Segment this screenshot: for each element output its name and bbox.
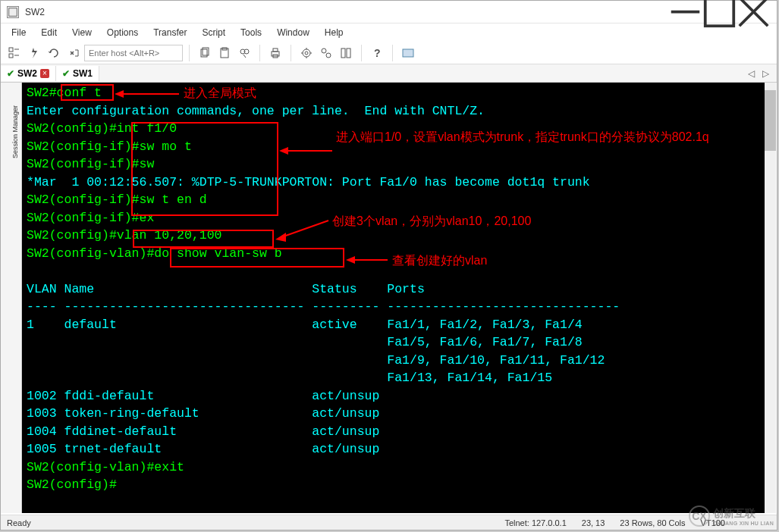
terminal-line: 1004 fddinet-default act/unsup bbox=[27, 424, 379, 439]
svg-rect-5 bbox=[9, 48, 13, 52]
menu-edit[interactable]: Edit bbox=[33, 25, 64, 40]
svg-point-19 bbox=[303, 49, 310, 57]
terminal-line: SW2(config-if)#sw t en d bbox=[27, 192, 207, 207]
menu-file[interactable]: File bbox=[4, 25, 33, 40]
terminal-line: 1003 token-ring-default act/unsup bbox=[27, 406, 379, 421]
svg-point-21 bbox=[322, 49, 326, 53]
find-icon[interactable] bbox=[235, 44, 253, 62]
terminal-line: SW2(config-if)#sw bbox=[27, 157, 154, 171]
terminal-line: 1 default active Fa1/1, Fa1/2, Fa1/3, Fa… bbox=[27, 318, 583, 332]
tab-close-icon[interactable]: × bbox=[40, 69, 49, 78]
menu-transfer[interactable]: Transfer bbox=[146, 25, 194, 40]
maximize-button[interactable] bbox=[702, 2, 737, 23]
check-icon: ✔ bbox=[7, 68, 14, 79]
print-icon[interactable] bbox=[266, 44, 284, 62]
terminal-line: SW2(config-if)#ex bbox=[27, 211, 154, 225]
scrollbar-thumb[interactable] bbox=[765, 90, 776, 151]
svg-point-20 bbox=[305, 52, 308, 55]
terminal-line: ---- -------------------------------- --… bbox=[27, 299, 620, 314]
svg-rect-17 bbox=[273, 49, 278, 52]
terminal-content[interactable]: SW2#conf t Enter configuration commands,… bbox=[22, 83, 765, 513]
app-icon bbox=[7, 6, 19, 18]
scrollbar[interactable] bbox=[765, 83, 776, 513]
menu-window[interactable]: Window bbox=[269, 25, 317, 40]
tab-sw1[interactable]: ✔ SW1 bbox=[56, 66, 99, 81]
status-dimensions: 23 Rows, 80 Cols bbox=[620, 518, 685, 527]
status-connection: Telnet: 127.0.0.1 bbox=[504, 518, 566, 527]
svg-rect-24 bbox=[347, 49, 350, 58]
terminal-line: 1002 fddi-default act/unsup bbox=[27, 389, 379, 403]
menu-tools[interactable]: Tools bbox=[233, 25, 269, 40]
toolbar-separator bbox=[259, 45, 260, 61]
session-manager-label: Session Manager bbox=[11, 105, 19, 158]
terminal-line: SW2(config-if)#sw mo t bbox=[27, 139, 192, 154]
watermark-sub: CHUANG XIN HU LIAN bbox=[713, 521, 774, 526]
host-input[interactable] bbox=[84, 45, 183, 61]
terminal-line: Enter configuration commands, one per li… bbox=[27, 104, 485, 118]
terminal-line: SW2(config-vlan)#exit bbox=[27, 460, 184, 474]
status-bar: Ready Telnet: 127.0.0.1 23, 13 23 Rows, … bbox=[1, 515, 777, 530]
terminal-line: SW2#conf t bbox=[27, 86, 102, 100]
terminal-line: Fa1/5, Fa1/6, Fa1/7, Fa1/8 bbox=[27, 335, 583, 349]
terminal-line: SW2(config-vlan)#do show vlan-sw b bbox=[27, 246, 282, 261]
svg-rect-6 bbox=[9, 54, 13, 58]
session-tree-icon[interactable] bbox=[5, 44, 24, 62]
terminal-line: SW2(config)#int f1/0 bbox=[27, 121, 177, 136]
terminal-line: VLAN Name Status Ports bbox=[27, 282, 425, 296]
toolbar-separator bbox=[392, 45, 393, 61]
menu-view[interactable]: View bbox=[64, 25, 99, 40]
minimize-button[interactable] bbox=[668, 2, 702, 23]
svg-line-15 bbox=[243, 55, 246, 58]
disconnect-icon[interactable] bbox=[64, 44, 83, 62]
session-tabs: ✔ SW2 × ✔ SW1 ◁ ▷ bbox=[1, 64, 777, 83]
svg-rect-26 bbox=[403, 49, 413, 57]
sftp-icon[interactable] bbox=[399, 44, 417, 62]
svg-rect-23 bbox=[341, 49, 345, 58]
toolbar-separator bbox=[291, 45, 291, 61]
global-options-icon[interactable] bbox=[317, 44, 335, 62]
svg-rect-2 bbox=[705, 0, 734, 26]
quick-connect-icon[interactable] bbox=[25, 44, 43, 62]
session-options-icon[interactable] bbox=[297, 44, 316, 62]
toolbar-separator bbox=[361, 45, 362, 61]
menu-script[interactable]: Script bbox=[194, 25, 233, 40]
window-title: SW2 bbox=[25, 7, 668, 17]
toggle-icon[interactable] bbox=[337, 44, 355, 62]
terminal-line: Fa1/13, Fa1/14, Fa1/15 bbox=[27, 371, 552, 385]
check-icon: ✔ bbox=[62, 68, 70, 79]
terminal-line: Fa1/9, Fa1/10, Fa1/11, Fa1/12 bbox=[27, 353, 605, 368]
terminal-line: SW2(config)# bbox=[27, 477, 117, 492]
terminal-area[interactable]: SW2#conf t Enter configuration commands,… bbox=[22, 83, 765, 513]
paste-icon[interactable] bbox=[215, 44, 234, 62]
terminal-line: SW2(config)#vlan 10,20,100 bbox=[27, 228, 221, 243]
svg-text:?: ? bbox=[374, 47, 381, 59]
copy-icon[interactable] bbox=[196, 44, 214, 62]
toolbar: ? bbox=[1, 42, 777, 64]
menu-help[interactable]: Help bbox=[317, 25, 351, 40]
terminal-line: *Mar 1 00:12:56.507: %DTP-5-TRUNKPORTON:… bbox=[27, 175, 590, 189]
menu-options[interactable]: Options bbox=[99, 25, 146, 40]
tab-prev-icon[interactable]: ◁ bbox=[745, 68, 758, 79]
tab-sw2[interactable]: ✔ SW2 × bbox=[1, 66, 56, 81]
terminal-line: 1005 trnet-default act/unsup bbox=[27, 442, 379, 456]
help-icon[interactable]: ? bbox=[368, 44, 386, 62]
reconnect-icon[interactable] bbox=[45, 44, 63, 62]
tab-label: SW2 bbox=[17, 68, 37, 79]
title-bar: SW2 bbox=[1, 1, 777, 23]
svg-point-22 bbox=[326, 53, 331, 58]
status-position: 23, 13 bbox=[582, 518, 605, 527]
svg-rect-0 bbox=[9, 8, 17, 16]
watermark: CX 创新互联 CHUANG XIN HU LIAN bbox=[689, 505, 774, 527]
watermark-icon: CX bbox=[689, 505, 710, 527]
menu-bar: File Edit View Options Transfer Script T… bbox=[1, 23, 777, 42]
toolbar-separator bbox=[189, 45, 190, 61]
session-manager-pane[interactable]: Session Manager bbox=[1, 83, 22, 513]
watermark-brand: 创新互联 bbox=[713, 507, 774, 521]
close-button[interactable] bbox=[737, 2, 771, 23]
tab-label: SW1 bbox=[73, 68, 93, 79]
status-ready: Ready bbox=[7, 518, 31, 527]
tab-next-icon[interactable]: ▷ bbox=[759, 68, 772, 79]
